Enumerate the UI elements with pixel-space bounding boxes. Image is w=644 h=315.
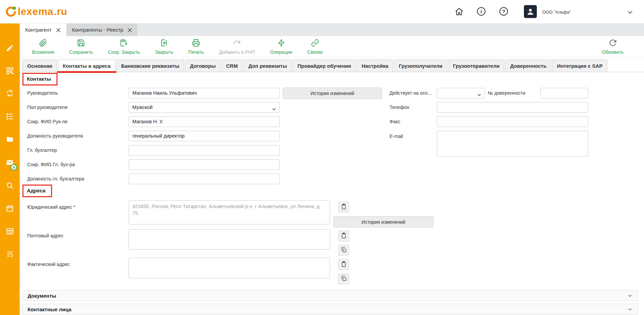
select-value: Мужской bbox=[132, 105, 152, 110]
tab-gruzootpraviteli[interactable]: Грузоотправители bbox=[448, 60, 505, 72]
print-label: Печать bbox=[188, 49, 204, 55]
form-content: Контакты Руководитель Маганов Наиль Ульф… bbox=[20, 72, 644, 315]
main-area: Контрагент Контрагенты - Реестр Вложения bbox=[20, 23, 644, 315]
home-icon[interactable] bbox=[455, 7, 464, 16]
account-chevron-icon[interactable] bbox=[626, 8, 634, 16]
paperclip-icon bbox=[39, 39, 47, 48]
history-button-contacts[interactable]: История изменений bbox=[283, 88, 382, 99]
tab-crm[interactable]: CRM bbox=[221, 60, 243, 72]
select-deystvuet-na-osnovanii[interactable] bbox=[437, 88, 485, 98]
input-sokr-fio-ruk[interactable]: Маганов Н. У. bbox=[129, 116, 280, 127]
window-tab-label: Контрагенты - Реестр bbox=[72, 27, 123, 33]
tab-bankovskie-rekvizity[interactable]: Банковские реквизиты bbox=[116, 60, 184, 72]
label-fakticheskiy-adres: Фактический адрес bbox=[27, 262, 70, 267]
list-icon[interactable] bbox=[6, 112, 14, 121]
tab-gruzopoluchateli[interactable]: Грузополучатели bbox=[394, 60, 447, 72]
label-telefon: Телефон bbox=[390, 105, 409, 110]
user-avatar[interactable] bbox=[524, 5, 537, 18]
company-name: ООО "Альфа" bbox=[542, 10, 571, 15]
search-icon[interactable] bbox=[6, 182, 14, 190]
sync-icon[interactable] bbox=[6, 89, 14, 97]
table-icon[interactable] bbox=[6, 227, 14, 235]
help-icon[interactable]: ? bbox=[499, 7, 508, 16]
window-tab-kontragent[interactable]: Контрагент bbox=[20, 23, 66, 36]
tab-nastroyka[interactable]: Настройка bbox=[357, 60, 393, 72]
lightning-icon bbox=[277, 39, 285, 48]
tab-provayder-obucheniya[interactable]: Провайдер обучения bbox=[293, 60, 356, 72]
info-icon[interactable]: i bbox=[477, 7, 485, 16]
input-yuridicheskiy-adres[interactable]: 423450, Россия, Респ Татарстан, Альметье… bbox=[129, 200, 330, 224]
chevron-down-icon bbox=[271, 105, 277, 110]
clipboard-button-legal[interactable] bbox=[338, 202, 349, 212]
chevron-down-icon bbox=[477, 91, 482, 96]
copy-button-actual[interactable] bbox=[338, 273, 349, 284]
save-close-button[interactable]: Сохр. Закрыть bbox=[108, 39, 140, 55]
folder-icon[interactable] bbox=[6, 135, 14, 143]
link-icon bbox=[311, 39, 319, 48]
section-dokumenty[interactable]: Документы bbox=[22, 290, 638, 301]
exit-door-icon bbox=[160, 39, 168, 48]
input-rukovoditel[interactable]: Маганов Наиль Ульфатович bbox=[129, 88, 280, 98]
contacts-section-title: Контакты bbox=[22, 73, 57, 85]
input-email[interactable] bbox=[437, 131, 588, 157]
label-sokr-fio-ruk: Сокр. ФИО Рук-ля bbox=[27, 119, 67, 124]
print-button[interactable]: Печать bbox=[188, 39, 204, 55]
tab-dogovory[interactable]: Договоры bbox=[185, 60, 220, 72]
label-nomer-doverennosti: № доверенности bbox=[488, 90, 525, 96]
label-email: E-mail bbox=[390, 133, 403, 139]
operations-button[interactable]: Операции bbox=[270, 39, 293, 55]
clipboard-icon bbox=[341, 232, 347, 240]
label-pol-rukovoditelya: Пол руководителя bbox=[27, 105, 67, 110]
section-label: Документы bbox=[28, 293, 56, 299]
label-dolzhnost-rukovoditelya: Должность руководителя bbox=[27, 133, 83, 139]
attachments-label: Вложения bbox=[32, 49, 54, 55]
window-tab-reestr[interactable]: Контрагенты - Реестр bbox=[67, 23, 137, 36]
close-label: Закрыть bbox=[155, 49, 173, 55]
save-label: Сохранить bbox=[69, 49, 93, 55]
save-icon bbox=[77, 39, 85, 48]
save-button[interactable]: Сохранить bbox=[69, 39, 93, 55]
close-icon[interactable] bbox=[128, 28, 132, 32]
input-fakticheskiy-adres[interactable] bbox=[129, 258, 330, 278]
tab-doverennost[interactable]: Доверенность bbox=[505, 60, 551, 72]
form-tab-bar: Основная Контакты и адреса Банковские ре… bbox=[20, 58, 644, 72]
label-sokr-fio-gl-buh: Сокр. ФИО Гл. бух-ра bbox=[27, 162, 75, 167]
input-telefon[interactable] bbox=[437, 102, 588, 113]
tab-integratsiya-sap[interactable]: Интеграция с SAP bbox=[552, 60, 607, 72]
calendar-icon[interactable] bbox=[6, 204, 14, 212]
refresh-icon bbox=[609, 39, 617, 48]
section-kontaktnye-litsa[interactable]: Контактные лица bbox=[22, 304, 638, 315]
history-button-addresses[interactable]: История изменений bbox=[333, 216, 433, 227]
tab-kontakty-i-adresa[interactable]: Контакты и адреса bbox=[58, 60, 115, 72]
attachments-button[interactable]: Вложения bbox=[32, 39, 54, 55]
tab-dop-rekvizity[interactable]: Доп реквизиты bbox=[244, 60, 292, 72]
modules-grid-icon[interactable] bbox=[6, 67, 14, 75]
label-rukovoditel: Руководитель bbox=[27, 90, 58, 96]
logo: lexema.ru bbox=[5, 5, 67, 18]
input-nomer-doverennosti[interactable] bbox=[540, 88, 588, 98]
input-dolzhnost-rukovoditelya[interactable]: генеральный директор bbox=[129, 131, 280, 141]
input-pochtovyy-adres[interactable] bbox=[129, 229, 330, 250]
copy-button-postal[interactable] bbox=[338, 245, 349, 256]
label-deystvuet-na-osnovanii: Действует на осн... bbox=[390, 90, 432, 96]
add-rnp-label: Добавить в РНП bbox=[219, 49, 255, 55]
input-sokr-fio-gl-buh[interactable] bbox=[129, 159, 280, 170]
add-rnp-button: Добавить в РНП bbox=[219, 39, 255, 55]
clipboard-button-actual[interactable] bbox=[338, 259, 349, 270]
links-button[interactable]: Связки bbox=[307, 39, 323, 55]
close-icon[interactable] bbox=[56, 28, 61, 32]
close-button[interactable]: Закрыть bbox=[155, 39, 173, 55]
refresh-button[interactable]: Обновить bbox=[602, 39, 624, 55]
input-dolzhnost-gl-buhgaltera[interactable] bbox=[129, 174, 280, 184]
input-gl-buhgalter[interactable] bbox=[129, 145, 280, 156]
logo-text: lexema bbox=[18, 6, 53, 17]
checklist-icon[interactable] bbox=[6, 250, 14, 258]
label-faks: Факс bbox=[390, 119, 400, 124]
clipboard-icon bbox=[341, 261, 347, 269]
tab-osnovnaya[interactable]: Основная bbox=[22, 60, 57, 72]
clipboard-button-postal[interactable] bbox=[338, 231, 349, 241]
edit-icon[interactable] bbox=[6, 44, 14, 52]
select-pol-rukovoditelya[interactable]: Мужской bbox=[129, 102, 280, 113]
input-faks[interactable] bbox=[437, 116, 588, 127]
copy-icon bbox=[341, 275, 347, 283]
